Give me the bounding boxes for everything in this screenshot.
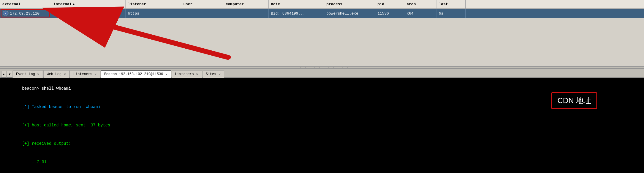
cell-user: [181, 9, 223, 18]
console-text-0: beacon> shell whoami: [22, 86, 71, 91]
tab-label-listeners-2: Listeners: [175, 72, 194, 76]
beacon-table-area: external internal ▲ listener user comput…: [0, 0, 644, 67]
col-label-pid: pid: [377, 2, 384, 6]
process-value: powershell.exe: [326, 11, 358, 16]
tab-listeners-2[interactable]: Listeners ✕: [172, 70, 202, 78]
col-label-last: last: [439, 2, 448, 6]
bottom-panel: ▲ ▼ Event Log ✕ Web Log ✕ Listeners ✕ Be…: [0, 68, 644, 173]
sort-indicator-internal: ▲: [73, 3, 74, 6]
console-area: beacon> shell whoami [*] Tasked beacon t…: [0, 78, 644, 173]
console-line-2: [+] host called home, sent: 37 bytes: [2, 116, 642, 135]
col-label-user: user: [183, 2, 192, 6]
cell-arch: x64: [404, 9, 436, 18]
tab-event-log[interactable]: Event Log ✕: [13, 70, 43, 78]
col-header-note[interactable]: note: [269, 0, 324, 8]
console-text-2: [+] host called home, sent: 37 bytes: [22, 123, 110, 128]
col-label-internal: internal: [53, 2, 72, 6]
col-label-external: external: [2, 2, 20, 6]
tab-label-sites: Sites: [206, 72, 216, 76]
tab-beacon[interactable]: Beacon 192.168.102.219@11536 ✕: [101, 70, 171, 78]
cell-note: Bid: 6864199...: [269, 9, 324, 18]
tab-scroll-right[interactable]: ▼: [7, 71, 12, 77]
col-header-listener[interactable]: listener: [126, 0, 181, 8]
cell-process: powershell.exe: [324, 9, 375, 18]
svg-text:★: ★: [5, 12, 6, 15]
col-label-computer: computer: [226, 2, 244, 6]
cell-listener: https: [126, 9, 181, 18]
tab-listeners-1[interactable]: Listeners ✕: [70, 70, 100, 78]
tab-sites[interactable]: Sites ✕: [203, 70, 224, 78]
app-window: external internal ▲ listener user comput…: [0, 0, 644, 173]
col-label-listener: listener: [128, 2, 146, 6]
col-header-process[interactable]: process: [324, 0, 375, 8]
console-text-3: [+] received output:: [22, 141, 71, 146]
cdn-annotation-box: CDN 地址: [551, 92, 597, 109]
cell-pid: 11536: [375, 9, 404, 18]
col-header-user[interactable]: user: [181, 0, 223, 8]
tab-close-listeners-2[interactable]: ✕: [196, 72, 199, 76]
listener-value: https: [128, 11, 139, 16]
tab-close-sites[interactable]: ✕: [218, 72, 221, 76]
external-ip: 172.69.23.110: [10, 11, 39, 16]
console-line-0: beacon> shell whoami: [2, 80, 642, 98]
note-value: Bid: 6864199...: [271, 11, 305, 16]
col-label-arch: arch: [407, 2, 416, 6]
col-label-note: note: [271, 2, 280, 6]
last-value: 6s: [439, 11, 443, 16]
tab-bar: ▲ ▼ Event Log ✕ Web Log ✕ Listeners ✕ Be…: [0, 68, 644, 78]
col-header-external[interactable]: external: [0, 0, 51, 8]
tab-scroll-left[interactable]: ▲: [1, 71, 6, 77]
col-header-pid[interactable]: pid: [375, 0, 404, 8]
tab-label-listeners-1: Listeners: [73, 72, 92, 76]
col-header-last[interactable]: last: [436, 0, 466, 8]
cell-external: ★ 172.69.23.110: [0, 9, 51, 18]
table-header: external internal ▲ listener user comput…: [0, 0, 644, 9]
col-header-arch[interactable]: arch: [404, 0, 436, 8]
col-label-process: process: [326, 2, 342, 6]
internal-ip: 192.168.102....: [53, 11, 88, 16]
tab-label-web-log: Web Log: [47, 72, 61, 76]
console-line-4: i 7 01: [2, 153, 642, 171]
cell-last: 6s: [436, 9, 466, 18]
col-header-computer[interactable]: computer: [223, 0, 269, 8]
tab-close-event-log[interactable]: ✕: [37, 72, 40, 76]
cell-computer: [223, 9, 269, 18]
console-text-1: [*] Tasked beacon to run: whoami: [22, 105, 100, 109]
pid-value: 11536: [377, 11, 389, 16]
console-text-4: i 7 01: [22, 160, 46, 164]
tab-label-event-log: Event Log: [16, 72, 35, 76]
console-line-1: [*] Tasked beacon to run: whoami: [2, 98, 642, 116]
tab-close-beacon[interactable]: ✕: [165, 72, 168, 77]
tab-close-listeners-1[interactable]: ✕: [94, 72, 97, 76]
arch-value: x64: [407, 11, 413, 16]
tab-close-web-log[interactable]: ✕: [63, 72, 67, 76]
console-line-3: [+] received output:: [2, 135, 642, 153]
col-header-internal[interactable]: internal ▲: [51, 0, 126, 8]
cdn-label: CDN 地址: [557, 96, 591, 105]
tab-label-beacon: Beacon 192.168.102.219@11536: [104, 72, 163, 76]
cell-internal: 192.168.102....: [51, 9, 126, 18]
table-row[interactable]: ★ 172.69.23.110 192.168.102.... https Bi…: [0, 9, 644, 18]
tab-web-log[interactable]: Web Log ✕: [43, 70, 69, 78]
beacon-icon: ★: [2, 10, 9, 17]
